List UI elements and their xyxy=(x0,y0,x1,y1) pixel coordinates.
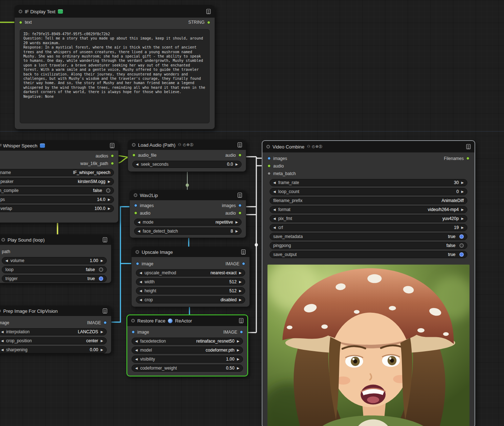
node-graph-canvas[interactable]: IF Display Text text STRING ID: fe79fe15… xyxy=(0,0,504,426)
increment-arrow[interactable]: ▶ xyxy=(101,259,103,262)
widget-interpolation[interactable]: ◀ interpolation LANCZOS ▶ xyxy=(0,328,107,335)
widget-speaker[interactable]: ◀ peaker kirstenSM.ogg ▶ xyxy=(0,178,114,185)
meta-batch-input-port[interactable] xyxy=(267,172,271,175)
document-icon[interactable] xyxy=(103,237,107,242)
widget-model-name[interactable]: e_name IF_whisper_speech xyxy=(0,169,114,176)
increment-arrow[interactable]: ▶ xyxy=(237,358,239,361)
audios-output-port[interactable] xyxy=(111,154,114,157)
toggle-off-dot[interactable] xyxy=(99,267,103,272)
audio-input-port[interactable] xyxy=(134,211,137,215)
node-load-audio[interactable]: Load Audio (Path) ⚇ ◴⊕Ⓢ audio_file audio… xyxy=(128,139,246,172)
node-wav2lip[interactable]: Wav2Lip images images audio audio xyxy=(129,190,246,238)
widget-save-output[interactable]: save_output true xyxy=(270,251,467,258)
toggle-on-dot[interactable] xyxy=(99,276,103,281)
image-output-port[interactable] xyxy=(242,262,245,265)
increment-arrow[interactable]: ▶ xyxy=(235,230,238,233)
increment-arrow[interactable]: ▶ xyxy=(237,367,239,370)
decrement-arrow[interactable]: ◀ xyxy=(139,289,142,293)
node-play-sound[interactable]: Play Sound (loop) path ◀ volume 1.00 ▶ l… xyxy=(0,234,111,283)
increment-arrow[interactable]: ▶ xyxy=(108,207,110,210)
decrement-arrow[interactable]: ◀ xyxy=(135,340,138,343)
display-text-content[interactable]: ID: fe79fe15-8949-479f-95f5-c0029f8c72b2… xyxy=(20,29,210,123)
widget-trigger[interactable]: trigger true xyxy=(2,275,107,282)
decrement-arrow[interactable]: ◀ xyxy=(273,217,276,220)
document-icon[interactable] xyxy=(241,249,246,255)
images-output-port[interactable] xyxy=(238,204,242,207)
decrement-arrow[interactable]: ◀ xyxy=(135,358,138,361)
decrement-arrow[interactable]: ◀ xyxy=(139,280,142,284)
toggle-on-dot[interactable] xyxy=(459,252,464,257)
increment-arrow[interactable]: ▶ xyxy=(101,330,103,334)
decrement-arrow[interactable]: ◀ xyxy=(273,208,276,211)
widget-crf[interactable]: ◀ crf 19 ▶ xyxy=(270,224,467,231)
image-output-port[interactable] xyxy=(104,321,107,324)
widget-filename-prefix[interactable]: filename_prefix AnimateDiff xyxy=(270,197,467,204)
text-input-port[interactable] xyxy=(19,21,22,24)
image-output-port[interactable] xyxy=(240,330,243,334)
widget-pingpong[interactable]: pingpong false xyxy=(270,242,467,249)
document-icon[interactable] xyxy=(110,143,114,148)
increment-arrow[interactable]: ▶ xyxy=(235,163,238,166)
decrement-arrow[interactable]: ◀ xyxy=(1,339,4,343)
widget-facedetection[interactable]: ◀ facedetection retinaface_resnet50 ▶ xyxy=(132,338,243,345)
document-icon[interactable] xyxy=(238,142,242,147)
widget-save-metadata[interactable]: save_metadata true xyxy=(270,233,467,240)
widget-width[interactable]: ◀ width 512 ▶ xyxy=(136,278,245,285)
decrement-arrow[interactable]: ◀ xyxy=(273,226,276,229)
document-icon[interactable] xyxy=(466,144,471,149)
increment-arrow[interactable]: ▶ xyxy=(461,226,464,229)
collapse-dot[interactable] xyxy=(0,309,1,313)
string-output-port[interactable] xyxy=(207,21,210,24)
widget-pix-fmt[interactable]: ◀ pix_fmt yuv420p ▶ xyxy=(270,215,467,222)
decrement-arrow[interactable]: ◀ xyxy=(1,348,4,352)
collapse-dot[interactable] xyxy=(1,238,5,242)
node-header[interactable]: Video Combine ⚇ ◴⊕Ⓢ xyxy=(262,141,475,152)
widget-model[interactable]: ◀ model codeformer.pth ▶ xyxy=(132,347,243,354)
node-if-whisper-speech[interactable]: F Whisper Speech audios wav_16k_path e_n… xyxy=(0,140,119,223)
increment-arrow[interactable]: ▶ xyxy=(239,298,242,302)
increment-arrow[interactable]: ▶ xyxy=(101,348,103,352)
widget-mode[interactable]: ◀ mode repetitive ▶ xyxy=(134,219,242,226)
widget-volume[interactable]: ◀ volume 1.00 ▶ xyxy=(2,257,107,264)
increment-arrow[interactable]: ▶ xyxy=(461,208,464,211)
document-icon[interactable] xyxy=(206,9,211,14)
toggle-off-dot[interactable] xyxy=(106,188,110,193)
node-header[interactable]: Wav2Lip xyxy=(130,190,246,200)
document-icon[interactable] xyxy=(103,308,107,313)
increment-arrow[interactable]: ▶ xyxy=(461,190,464,193)
decrement-arrow[interactable]: ◀ xyxy=(135,367,138,370)
wav16k-output-port[interactable] xyxy=(111,162,114,165)
increment-arrow[interactable]: ▶ xyxy=(237,340,239,343)
increment-arrow[interactable]: ▶ xyxy=(239,289,242,293)
collapse-dot[interactable] xyxy=(136,250,139,254)
node-header[interactable]: Upscale Image xyxy=(132,247,249,257)
decrement-arrow[interactable]: ◀ xyxy=(138,221,140,224)
images-input-port[interactable] xyxy=(267,157,271,160)
widget-format[interactable]: ◀ format video/h264-mp4 ▶ xyxy=(270,206,467,213)
widget-frame-rate[interactable]: ◀ frame_rate 30 ▶ xyxy=(270,179,467,186)
node-header[interactable]: Load Audio (Path) ⚇ ◴⊕Ⓢ xyxy=(128,140,246,150)
audio-output-port[interactable] xyxy=(238,154,242,157)
decrement-arrow[interactable]: ◀ xyxy=(1,330,4,334)
widget-upscale-method[interactable]: ◀ upscale_method nearest-exact ▶ xyxy=(136,269,245,276)
node-upscale-image[interactable]: Upscale Image image IMAGE ◀ upscale_meth… xyxy=(131,247,250,307)
increment-arrow[interactable]: ▶ xyxy=(108,180,110,183)
node-video-combine[interactable]: Video Combine ⚇ ◴⊕Ⓢ images Filenames aud… xyxy=(262,140,475,426)
increment-arrow[interactable]: ▶ xyxy=(101,339,103,343)
collapse-dot[interactable] xyxy=(132,143,136,147)
increment-arrow[interactable]: ▶ xyxy=(239,280,242,284)
decrement-arrow[interactable]: ◀ xyxy=(139,271,142,275)
collapse-dot[interactable] xyxy=(134,193,137,197)
widget-loop[interactable]: loop false xyxy=(2,266,107,273)
widget-overlap[interactable]: ◀ verlap 100.0 ▶ xyxy=(0,205,114,212)
toggle-off-dot[interactable] xyxy=(459,243,464,248)
widget-height[interactable]: ◀ height 512 ▶ xyxy=(136,287,245,294)
decrement-arrow[interactable]: ◀ xyxy=(273,181,276,184)
widget-seek-seconds[interactable]: ◀ seek_seconds 0.0 ▶ xyxy=(132,161,242,168)
audio-output-port[interactable] xyxy=(238,211,242,215)
audio-file-input-port[interactable] xyxy=(132,154,136,157)
node-header[interactable]: Prep Image For ClipVision xyxy=(0,306,111,316)
audio-input-port[interactable] xyxy=(267,164,271,168)
image-input-port[interactable] xyxy=(136,262,139,265)
node-restore-face-reactor[interactable]: Restore Face ReActor image IMAGE ◀ faced… xyxy=(127,315,248,376)
